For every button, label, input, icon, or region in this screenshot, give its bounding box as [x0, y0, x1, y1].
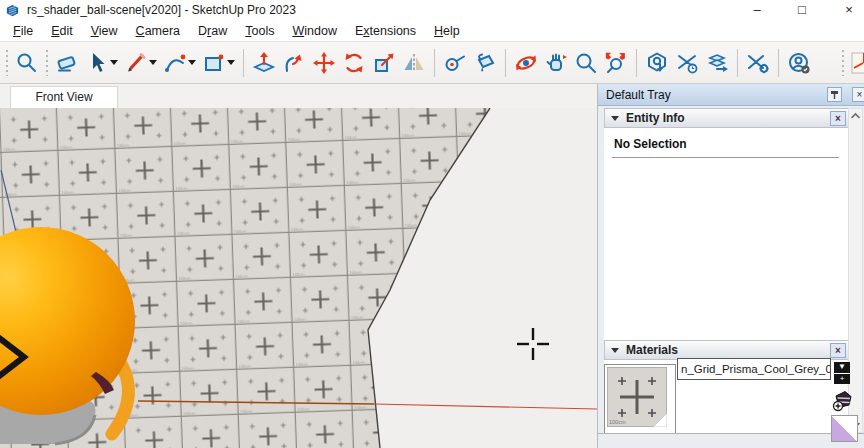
- extension-manager-icon: [746, 51, 770, 75]
- scale-tool-button[interactable]: [369, 47, 399, 79]
- title-bar: rs_shader_ball-scene[v2020] - SketchUp P…: [0, 0, 864, 20]
- menu-file[interactable]: File: [4, 20, 42, 42]
- move-icon: [312, 51, 336, 75]
- triangle-down-icon: ▼: [834, 362, 850, 374]
- rectangle-dropdown-arrow[interactable]: [227, 60, 235, 65]
- model-viewport[interactable]: Front View 100cm: [0, 84, 597, 448]
- maximize-button[interactable]: □: [785, 0, 819, 20]
- toolbar-separator: [505, 49, 506, 77]
- scroll-up-icon[interactable]: [850, 112, 861, 120]
- default-material-swatch[interactable]: [831, 415, 858, 442]
- materials-close-button[interactable]: ×: [830, 343, 846, 358]
- main-area: Front View 100cm: [0, 84, 864, 448]
- scene-tab-strip: Front View: [0, 84, 597, 108]
- extension-warehouse-button[interactable]: [642, 47, 672, 79]
- toolbar-separator: [636, 49, 637, 77]
- tape-measure-tool-button[interactable]: [440, 47, 470, 79]
- orbit-icon: [514, 51, 538, 75]
- create-material-button[interactable]: [831, 389, 855, 416]
- entity-info-status: No Selection: [604, 128, 849, 157]
- create-material-icon: [831, 389, 855, 413]
- menu-camera[interactable]: Camera: [127, 20, 189, 42]
- select-arrow-icon: [85, 51, 109, 75]
- material-preview-image: 100cm: [607, 367, 667, 427]
- close-button[interactable]: ×: [832, 0, 864, 20]
- pan-tool-button[interactable]: [541, 47, 571, 79]
- menu-window[interactable]: Window: [283, 20, 345, 42]
- tray-header[interactable]: Default Tray ×: [598, 84, 864, 106]
- toolbar-separator: [737, 49, 738, 77]
- materials-section: Materials × 100cm: [604, 340, 849, 433]
- zoom-extents-tool-button[interactable]: [601, 47, 631, 79]
- section-plane-icon: [850, 50, 864, 76]
- sketchup-logo-icon: [5, 3, 20, 18]
- tray-scrollbar[interactable]: [848, 108, 863, 433]
- extension-manager-button[interactable]: [743, 47, 773, 79]
- secondary-pane-toggle-button[interactable]: ▼ +: [834, 362, 850, 384]
- scene-tab-front-view[interactable]: Front View: [10, 86, 118, 108]
- 3d-warehouse-icon: [675, 51, 699, 75]
- eraser-tool-button[interactable]: [52, 47, 82, 79]
- tray-pin-button[interactable]: [827, 87, 842, 102]
- materials-title: Materials: [626, 343, 678, 357]
- zoom-icon: [574, 51, 598, 75]
- flip-tool-button[interactable]: [399, 47, 429, 79]
- follow-me-tool-button[interactable]: [279, 47, 309, 79]
- rotate-tool-button[interactable]: [339, 47, 369, 79]
- viewport-canvas[interactable]: 100cm: [0, 108, 597, 448]
- pan-hand-icon: [544, 51, 568, 75]
- toolbar-grip[interactable]: [5, 50, 9, 76]
- sign-in-button[interactable]: [784, 47, 814, 79]
- main-toolbar: [0, 42, 864, 84]
- menu-edit[interactable]: Edit: [42, 20, 82, 42]
- pencil-icon: [124, 51, 148, 75]
- materials-header[interactable]: Materials ×: [604, 340, 849, 360]
- extension-warehouse-icon: [645, 51, 669, 75]
- paint-bucket-tool-button[interactable]: [470, 47, 500, 79]
- menu-bar: File Edit View Camera Draw Tools Window …: [0, 20, 864, 42]
- toolbar-grip[interactable]: [841, 50, 845, 76]
- 3d-warehouse-button[interactable]: [672, 47, 702, 79]
- entity-info-section: Entity Info × No Selection: [604, 108, 849, 340]
- plus-icon: +: [834, 374, 850, 385]
- default-tray-panel: Default Tray × Entity Info × No Selectio…: [597, 84, 864, 448]
- menu-help[interactable]: Help: [425, 20, 469, 42]
- orbit-tool-button[interactable]: [511, 47, 541, 79]
- tape-measure-icon: [443, 51, 467, 75]
- arc-tool-button[interactable]: [160, 47, 190, 79]
- pin-icon: [830, 90, 839, 100]
- section-tool-button[interactable]: [848, 47, 864, 79]
- toolbar-grip[interactable]: [45, 50, 49, 76]
- menu-tools[interactable]: Tools: [236, 20, 283, 42]
- search-tool-button[interactable]: [12, 47, 42, 79]
- collapse-triangle-icon[interactable]: [611, 116, 619, 121]
- material-name-box[interactable]: n_Grid_Prisma_Cool_Grey_01: [677, 358, 831, 380]
- arc-dropdown-arrow[interactable]: [188, 60, 196, 65]
- collapse-triangle-icon[interactable]: [611, 348, 619, 353]
- menu-view[interactable]: View: [82, 20, 127, 42]
- entity-info-close-button[interactable]: ×: [830, 111, 846, 126]
- tray-close-button[interactable]: ×: [852, 87, 864, 102]
- entity-info-body: No Selection: [604, 128, 849, 340]
- tray-title: Default Tray: [606, 88, 671, 102]
- push-pull-tool-button[interactable]: [249, 47, 279, 79]
- line-tool-button[interactable]: [121, 47, 151, 79]
- select-tool-button[interactable]: [82, 47, 112, 79]
- rectangle-tool-button[interactable]: [199, 47, 229, 79]
- scale-icon: [372, 51, 396, 75]
- select-dropdown-arrow[interactable]: [110, 60, 118, 65]
- share-model-button[interactable]: [702, 47, 732, 79]
- thumbnail-scale-label: 100cm: [609, 419, 626, 425]
- zoom-tool-button[interactable]: [571, 47, 601, 79]
- follow-me-icon: [282, 51, 306, 75]
- line-dropdown-arrow[interactable]: [149, 60, 157, 65]
- menu-extensions[interactable]: Extensions: [346, 20, 425, 42]
- toolbar-separator: [434, 49, 435, 77]
- move-tool-button[interactable]: [309, 47, 339, 79]
- menu-draw[interactable]: Draw: [189, 20, 236, 42]
- material-thumbnail[interactable]: 100cm: [604, 364, 676, 436]
- minimize-button[interactable]: –: [740, 0, 774, 20]
- entity-info-header[interactable]: Entity Info ×: [604, 108, 849, 128]
- divider: [612, 157, 839, 158]
- rectangle-icon: [202, 51, 226, 75]
